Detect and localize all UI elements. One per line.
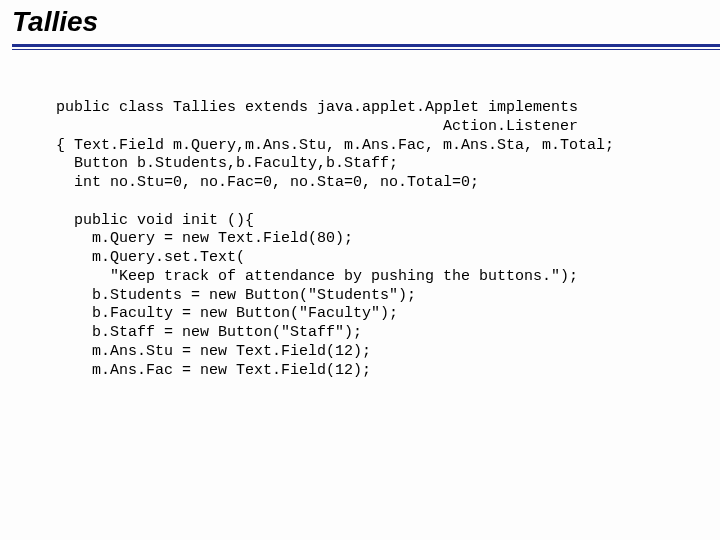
slide: Tallies public class Tallies extends jav…: [0, 0, 720, 540]
code-block: public class Tallies extends java.applet…: [0, 65, 720, 380]
title-underline: [12, 44, 720, 50]
slide-title: Tallies: [12, 6, 720, 40]
title-block: Tallies: [0, 0, 720, 50]
